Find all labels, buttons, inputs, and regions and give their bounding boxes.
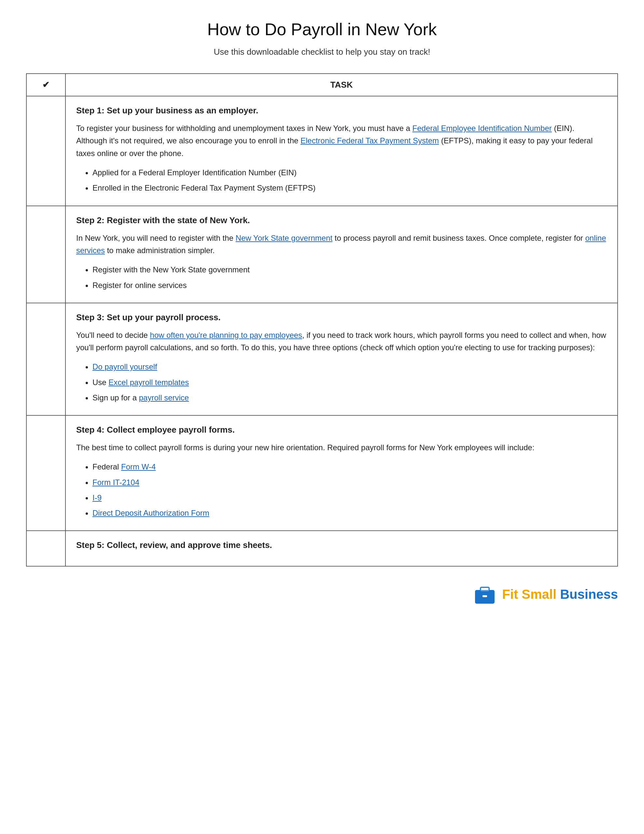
table-row: Step 1: Set up your business as an emplo… xyxy=(26,96,618,206)
step-title: Step 1: Set up your business as an emplo… xyxy=(76,105,607,116)
step-3-cell: Step 3: Set up your payroll process.You'… xyxy=(65,303,618,415)
step-4-cell: Step 4: Collect employee payroll forms.T… xyxy=(65,415,618,531)
brand-footer: Fit Small Business xyxy=(26,583,618,606)
list-item: Form IT-2104 xyxy=(92,475,607,489)
check-cell xyxy=(26,303,65,415)
form-w4-link[interactable]: Form W-4 xyxy=(121,462,156,471)
step-title: Step 5: Collect, review, and approve tim… xyxy=(76,540,607,550)
step-2-cell: Step 2: Register with the state of New Y… xyxy=(65,206,618,303)
table-row: Step 3: Set up your payroll process.You'… xyxy=(26,303,618,415)
check-cell xyxy=(26,531,65,566)
step-title: Step 4: Collect employee payroll forms. xyxy=(76,425,607,435)
list-item: Sign up for a payroll service xyxy=(92,391,607,405)
list-item: I-9 xyxy=(92,491,607,504)
form-it2104-link[interactable]: Form IT-2104 xyxy=(92,478,139,487)
step-1-cell: Step 1: Set up your business as an emplo… xyxy=(65,96,618,206)
table-row: Step 5: Collect, review, and approve tim… xyxy=(26,531,618,566)
pay-frequency-link[interactable]: how often you're planning to pay employe… xyxy=(150,331,302,339)
brand-logo-icon xyxy=(473,583,496,606)
excel-templates-link[interactable]: Excel payroll templates xyxy=(108,378,189,387)
brand-name: Fit Small Business xyxy=(502,587,618,602)
table-row: Step 4: Collect employee payroll forms.T… xyxy=(26,415,618,531)
step-5-cell: Step 5: Collect, review, and approve tim… xyxy=(65,531,618,566)
list-item: Register with the New York State governm… xyxy=(92,263,607,276)
do-payroll-yourself-link[interactable]: Do payroll yourself xyxy=(92,362,157,371)
list-item: Federal Form W-4 xyxy=(92,460,607,474)
step-body: In New York, you will need to register w… xyxy=(76,232,607,257)
list-item: Enrolled in the Electronic Federal Tax P… xyxy=(92,181,607,195)
bullet-list: Applied for a Federal Employer Identific… xyxy=(92,165,607,195)
table-row: Step 2: Register with the state of New Y… xyxy=(26,206,618,303)
check-column-header: ✔ xyxy=(26,74,65,96)
step-title: Step 2: Register with the state of New Y… xyxy=(76,215,607,225)
bullet-list: Register with the New York State governm… xyxy=(92,263,607,292)
bullet-list: Federal Form W-4Form IT-2104I-9Direct De… xyxy=(92,460,607,520)
bullet-list: Do payroll yourselfUse Excel payroll tem… xyxy=(92,360,607,405)
step-body: The best time to collect payroll forms i… xyxy=(76,441,607,454)
list-item: Register for online services xyxy=(92,278,607,292)
svg-rect-3 xyxy=(483,595,487,597)
checklist-table: ✔ TASK Step 1: Set up your business as a… xyxy=(26,73,618,567)
task-column-header: TASK xyxy=(65,74,618,96)
page-subtitle: Use this downloadable checklist to help … xyxy=(26,47,618,57)
list-item: Direct Deposit Authorization Form xyxy=(92,506,607,520)
direct-deposit-link[interactable]: Direct Deposit Authorization Form xyxy=(92,509,209,517)
eftps-link[interactable]: Electronic Federal Tax Payment System xyxy=(300,136,439,145)
check-cell xyxy=(26,96,65,206)
check-cell xyxy=(26,206,65,303)
list-item: Use Excel payroll templates xyxy=(92,375,607,389)
payroll-service-link[interactable]: payroll service xyxy=(139,393,189,402)
step-title: Step 3: Set up your payroll process. xyxy=(76,312,607,323)
brand-name-part2: Business xyxy=(560,587,618,601)
page-title: How to Do Payroll in New York xyxy=(26,19,618,39)
i9-link[interactable]: I-9 xyxy=(92,493,102,502)
step-body: You'll need to decide how often you're p… xyxy=(76,329,607,354)
list-item: Applied for a Federal Employer Identific… xyxy=(92,165,607,179)
check-cell xyxy=(26,415,65,531)
step-body: To register your business for withholdin… xyxy=(76,122,607,160)
list-item: Do payroll yourself xyxy=(92,360,607,374)
brand-name-part1: Fit Small xyxy=(502,587,560,601)
online-services-link[interactable]: online services xyxy=(76,234,606,255)
svg-rect-2 xyxy=(481,587,489,591)
fein-link[interactable]: Federal Employee Identification Number xyxy=(413,124,552,133)
ny-state-link[interactable]: New York State government xyxy=(236,234,333,242)
